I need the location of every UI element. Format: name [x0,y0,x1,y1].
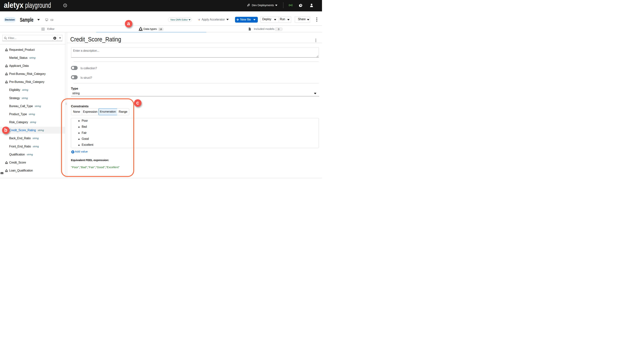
svg-text:aletyx: aletyx [4,1,24,10]
svg-text:Credit_Score_Rating: Credit_Score_Rating [70,36,121,43]
svg-text:playground: playground [25,1,51,9]
svg-text:Sample: Sample [20,16,34,23]
